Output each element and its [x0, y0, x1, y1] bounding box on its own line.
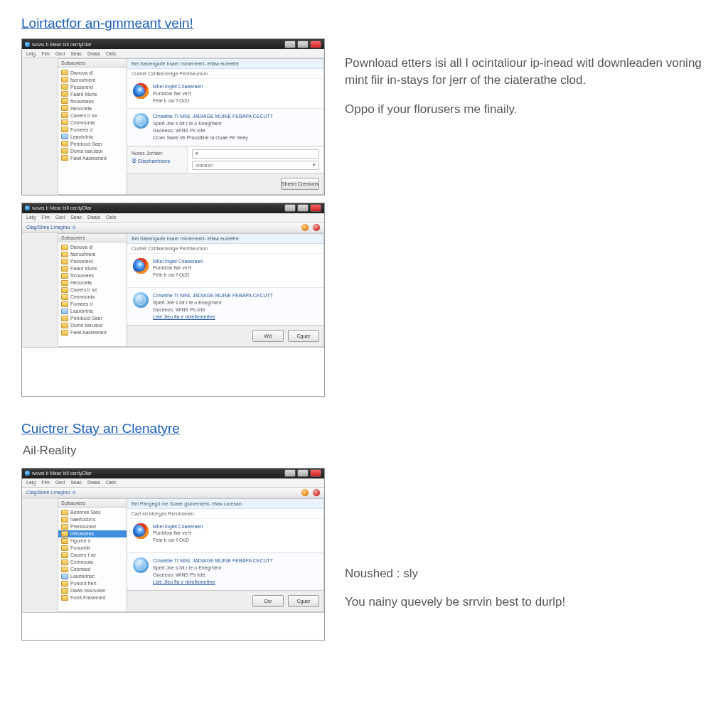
menu-item[interactable]: Leig [26, 51, 36, 56]
menu-item[interactable]: Deais [87, 480, 100, 485]
tree-item[interactable]: facroshrere [58, 76, 127, 83]
folder-icon [61, 323, 68, 328]
menu-item[interactable]: Flm [41, 215, 50, 220]
tree-item-label: Fomt Frasemed [70, 595, 105, 600]
tree-item[interactable]: Prerssoned [58, 523, 127, 530]
tree-item[interactable]: Ceeneed [58, 566, 127, 573]
app-icon [25, 205, 30, 210]
tree-item[interactable]: Leanbrinic [58, 133, 127, 140]
tree-item[interactable]: Fomees d [58, 126, 127, 133]
ok-button[interactable]: Wcl [252, 330, 284, 342]
tree-item[interactable]: Ponord fren [58, 580, 127, 587]
close-button[interactable] [310, 469, 321, 477]
folder-icon [61, 105, 68, 111]
paragraph: You nainy quevely be srrvin best to durl… [345, 594, 707, 611]
menu-item[interactable]: Seac [70, 480, 82, 485]
close-button[interactable] [310, 41, 321, 48]
tree-item[interactable]: haertocbrrs [58, 516, 127, 523]
minimize-button[interactable] [284, 469, 296, 477]
tree-item[interactable]: Danova dl [58, 244, 127, 251]
minimize-button[interactable] [284, 41, 296, 48]
cancel-button[interactable]: Cguer [288, 595, 319, 607]
ok-button[interactable]: Ocr [252, 595, 284, 607]
menu-item[interactable]: Leig [26, 215, 36, 220]
toolbar-orange-icon[interactable] [301, 224, 309, 231]
tree-item[interactable]: Cmmnonta [58, 119, 127, 126]
tree-item[interactable]: Cxmnoota [58, 559, 127, 566]
menu-item[interactable]: Seac [70, 215, 82, 220]
folder-icon [61, 127, 68, 132]
menu-item[interactable]: Flm [41, 480, 50, 485]
tree-item[interactable]: fbroumees [58, 272, 127, 279]
tree-item[interactable]: Leunbrinsc [58, 573, 127, 580]
toolbar-orange-icon[interactable] [301, 489, 309, 496]
file-card[interactable]: Mhei Ingiel Cdaeeraen Punidcar fiar ve'r… [127, 519, 323, 548]
file-meta-line: Punidcar fiar ve'rt [153, 90, 203, 97]
tree-item[interactable]: Leanbrinic [58, 308, 127, 315]
tree-item[interactable]: facroshrere [58, 251, 127, 258]
tree-item[interactable]: Pendood Seer [58, 315, 127, 322]
tree-item[interactable]: Cavers b se [58, 112, 127, 119]
menu-item[interactable]: Leig [26, 480, 36, 485]
tree-item[interactable]: Hgome d [58, 537, 127, 545]
sidebar-header: Scteaorers [58, 499, 127, 508]
menu-item[interactable]: Oelc [106, 480, 116, 485]
tree-item[interactable]: Heoonela [58, 279, 127, 287]
breadcrumb: Cart ed btcegas Rerdmanen [127, 509, 323, 519]
tree-item[interactable]: Doms baruisur [58, 322, 127, 329]
tree-item[interactable]: Fawt Aasreened [58, 154, 127, 161]
tree-item[interactable]: Faard Muns [58, 90, 127, 97]
tree-item[interactable]: Fawt Aasreened [58, 329, 127, 336]
menu-item[interactable]: Ged [55, 480, 65, 485]
tree-item[interactable]: Cavers b se [58, 287, 127, 294]
tree-item[interactable]: mfroeories [58, 530, 127, 537]
menu-item[interactable]: Ged [55, 51, 65, 56]
file-card[interactable]: Cmsethe TI NINL JADIAGE MUINE FEBAPA CEC… [127, 108, 323, 145]
section-1-link[interactable]: Loirtactfor an-gmmeant vein! [21, 16, 193, 31]
menu-item[interactable]: Deais [87, 215, 100, 220]
file-meta-line: Punidcar fiar ve'rt [153, 530, 203, 537]
maximize-button[interactable] [297, 41, 309, 48]
tree-item[interactable]: Pessererd [58, 83, 127, 90]
tree-item[interactable]: Danova dl [58, 69, 127, 76]
tree-item[interactable]: Heoonela [58, 105, 127, 112]
file-card[interactable]: Mhei Ingiel Cdaeeraen Punidcar fiar ve'r… [127, 79, 323, 108]
tree-item[interactable]: Pessererd [58, 258, 127, 265]
tree-item[interactable]: Fomt Frasemed [58, 594, 127, 601]
tree-item-label: facroshrere [70, 252, 95, 257]
file-card[interactable]: Cmsethe TI NINL JADIAGE MUINE FEBAPA CEC… [127, 287, 323, 324]
tree-item[interactable]: Faard Muns [58, 265, 127, 272]
file-card[interactable]: Mhei Ingiel Cdaeeraen Punidcar fiar ve'r… [127, 254, 323, 283]
minimize-button[interactable] [284, 204, 296, 212]
file-meta-link[interactable]: Leie Jieo fla e nbietlemethre [153, 579, 273, 586]
file-meta-line: Guceeos: WINS Ps tcte [153, 306, 273, 314]
tree-item[interactable]: Fomees d [58, 301, 127, 308]
menu-item[interactable]: Oelc [106, 215, 116, 220]
tree-item[interactable]: Benbree Stes [58, 509, 127, 516]
menu-item[interactable]: Oelc [106, 51, 116, 56]
toolbar-red-icon[interactable] [313, 489, 320, 496]
menu-item[interactable]: Seac [70, 51, 82, 56]
menu-item[interactable]: Ged [55, 215, 65, 220]
tree-item[interactable]: Caoers t se [58, 552, 127, 559]
tree-item[interactable]: fbroumees [58, 97, 127, 105]
filetype-select[interactable]: onicesn [192, 161, 319, 170]
tree-item[interactable]: Fooonrla [58, 545, 127, 552]
maximize-button[interactable] [297, 204, 309, 212]
menu-item[interactable]: Flm [41, 51, 50, 56]
close-button[interactable] [310, 204, 321, 212]
tree-item[interactable]: Daws bssnuiser [58, 587, 127, 594]
maximize-button[interactable] [297, 469, 309, 477]
filename-input[interactable] [192, 149, 319, 159]
tree-item[interactable]: Cmmnonta [58, 294, 127, 301]
run-button[interactable]: Sbrerd Ccenions [281, 178, 319, 190]
file-meta-link[interactable]: Leie Jieo fla e nbietlemethre [153, 314, 273, 321]
titlebar: wows b Mear bill cerdyDlar [22, 39, 324, 49]
tree-item[interactable]: Pendood Seer [58, 140, 127, 147]
toolbar-red-icon[interactable] [313, 224, 320, 231]
cancel-button[interactable]: Cguer [288, 330, 319, 342]
section-2-link[interactable]: Cuictrer Stay an Clenatyre [21, 421, 180, 436]
file-card[interactable]: Cmsethe TI NINL JADIAGE MUINE FEBAPA CEC… [127, 552, 323, 589]
menu-item[interactable]: Deais [87, 51, 100, 56]
tree-item[interactable]: Doms baruisur [58, 147, 127, 154]
